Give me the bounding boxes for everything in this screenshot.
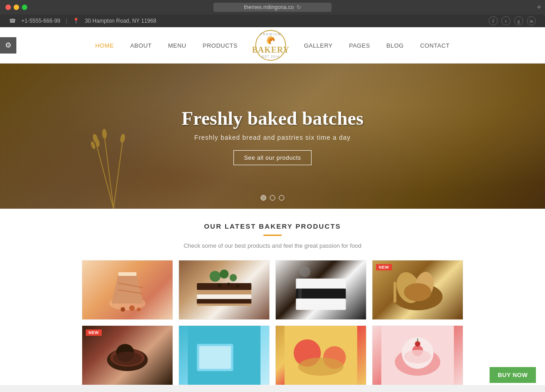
svg-marker-9 [112, 274, 144, 304]
close-button[interactable] [5, 5, 11, 10]
product-card-8[interactable] [372, 325, 463, 385]
facebook-icon[interactable]: f [489, 16, 498, 25]
logo[interactable]: PREMIUM 🥐 BAKERY EST 2014 [255, 29, 287, 61]
hero-dots [261, 195, 284, 201]
food-svg-3 [276, 260, 366, 319]
svg-line-4 [104, 136, 114, 209]
nav-pages[interactable]: PAGES [341, 42, 378, 49]
buy-now-button[interactable]: BUY NOW [490, 367, 536, 383]
svg-point-52 [415, 341, 421, 347]
add-tab-button[interactable]: + [537, 3, 541, 12]
nav-links: HOME ABOUT MENU PRODUCTS PREMIUM 🥐 BAKER… [87, 29, 458, 61]
logo-circle: PREMIUM 🥐 BAKERY EST 2014 [255, 30, 286, 61]
section-divider [263, 235, 282, 236]
phone-number: +1-5555-666-99 [21, 18, 60, 24]
svg-point-23 [218, 284, 222, 287]
svg-rect-17 [197, 283, 252, 290]
products-section: OUR LATEST BAKERY PRODUCTS Check some of… [0, 209, 545, 385]
product-card-5[interactable]: NEW [82, 325, 173, 385]
logo-sub-text: EST 2014 [262, 55, 280, 58]
top-bar: ☎ +1-5555-666-99 | 📍 30 Hampton Road, NY… [0, 15, 545, 27]
phone-icon: ☎ [9, 18, 16, 24]
nav-contact[interactable]: CONTACT [412, 42, 458, 49]
svg-point-39 [113, 352, 142, 365]
nav-menu[interactable]: MENU [160, 42, 194, 49]
divider: | [66, 18, 67, 24]
svg-point-25 [237, 284, 239, 287]
svg-point-29 [300, 266, 311, 277]
product-card-7[interactable] [275, 325, 367, 385]
hero-dot-2[interactable] [270, 195, 275, 201]
browser-chrome: themes.milingona.co ↻ + [0, 0, 545, 15]
svg-point-22 [230, 274, 237, 281]
food-svg-6 [179, 326, 269, 385]
svg-point-7 [119, 133, 125, 143]
product-image-2 [179, 260, 269, 319]
refresh-icon[interactable]: ↻ [297, 4, 301, 10]
product-image-8 [372, 326, 463, 385]
product-image-4: NEW [372, 260, 463, 319]
food-svg-7 [276, 326, 366, 385]
product-image-5: NEW [82, 326, 173, 385]
product-grid-row1: NEW [54, 260, 490, 320]
logo-icon: 🥐 [266, 36, 275, 44]
food-svg-1 [82, 260, 173, 319]
svg-rect-10 [119, 272, 137, 276]
svg-point-34 [404, 283, 431, 301]
nav-about[interactable]: ABOUT [122, 42, 160, 49]
svg-rect-30 [298, 279, 302, 310]
url-text: themes.milingona.co [244, 4, 294, 10]
hero-dot-3[interactable] [279, 195, 284, 201]
new-badge-4: NEW [376, 264, 392, 270]
svg-point-15 [137, 308, 141, 311]
nav-products[interactable]: PRODUCTS [194, 42, 246, 49]
minimize-button[interactable] [14, 5, 19, 10]
hero-dot-1[interactable] [261, 195, 266, 201]
maximize-button[interactable] [22, 5, 27, 10]
svg-line-6 [114, 141, 123, 209]
twitter-icon[interactable]: t [501, 16, 510, 25]
product-image-7 [276, 326, 366, 385]
svg-point-46 [298, 358, 344, 376]
new-badge-5: NEW [86, 329, 102, 336]
product-card-1[interactable] [82, 260, 173, 320]
product-image-1 [82, 260, 173, 319]
linkedin-icon[interactable]: in [527, 16, 536, 25]
products-title: OUR LATEST BAKERY PRODUCTS [9, 222, 536, 230]
svg-rect-28 [296, 299, 346, 310]
hero-subtitle: Freshly baked bread and pastries six tim… [182, 134, 364, 141]
hero-content: Freshly baked batches Freshly baked brea… [182, 108, 364, 165]
svg-rect-18 [197, 294, 252, 299]
product-card-3[interactable] [275, 260, 367, 320]
logo-main-text: BAKERY [252, 45, 289, 55]
gear-button[interactable]: ⚙ [0, 37, 16, 54]
svg-point-13 [129, 305, 135, 311]
svg-rect-26 [296, 279, 346, 290]
product-image-6 [179, 326, 269, 385]
nav-gallery[interactable]: GALLERY [296, 42, 341, 49]
traffic-lights [5, 5, 27, 10]
google-icon[interactable]: g [514, 16, 523, 25]
address-bar[interactable]: themes.milingona.co ↻ [213, 3, 332, 12]
svg-rect-42 [199, 346, 231, 369]
food-svg-2 [179, 260, 269, 319]
nav-home[interactable]: HOME [87, 42, 122, 49]
svg-point-5 [102, 129, 107, 139]
svg-point-20 [210, 271, 221, 282]
svg-point-51 [404, 350, 431, 363]
product-card-4[interactable]: NEW [372, 260, 463, 320]
top-bar-left: ☎ +1-5555-666-99 | 📍 30 Hampton Road, NY… [9, 18, 156, 24]
nav-blog[interactable]: BLOG [378, 42, 412, 49]
hero-section: Freshly baked batches Freshly baked brea… [0, 64, 545, 209]
product-card-2[interactable] [178, 260, 270, 320]
product-card-6[interactable] [178, 325, 270, 385]
hero-cta-button[interactable]: See all our products [233, 150, 312, 165]
logo-premium-text: PREMIUM [260, 33, 282, 36]
products-subtitle: Check some of our best products and feel… [9, 242, 536, 249]
svg-rect-19 [197, 299, 252, 304]
food-svg-8 [372, 326, 463, 385]
product-grid-row2: NEW [54, 320, 490, 385]
svg-point-24 [228, 283, 230, 285]
wheat-decoration [68, 118, 159, 209]
gear-icon: ⚙ [5, 41, 11, 49]
